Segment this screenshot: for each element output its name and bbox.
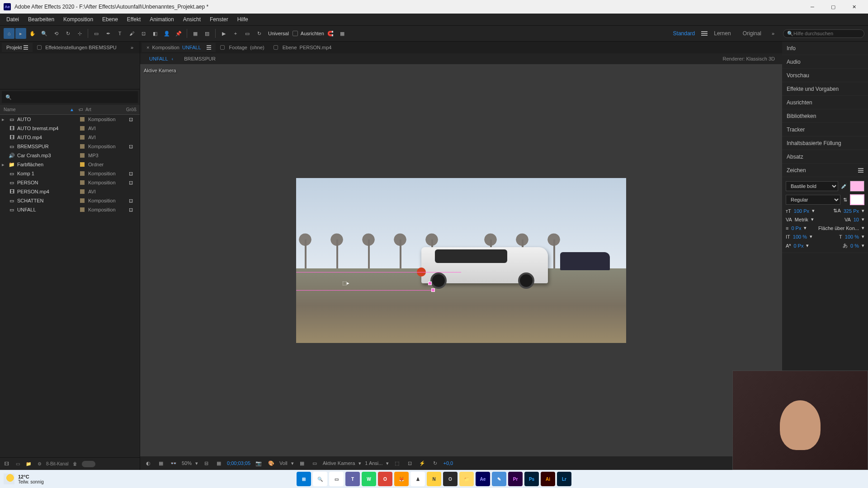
- workspace-original[interactable]: Original: [737, 28, 767, 38]
- taskbar-app[interactable]: Pr: [508, 472, 523, 486]
- menu-hilfe[interactable]: Hilfe: [233, 14, 253, 24]
- preview-timecode[interactable]: 0;00;03;05: [227, 460, 250, 466]
- swap-icon[interactable]: ⇅: [843, 197, 847, 203]
- project-item[interactable]: 🎞AUTO bremst.mp4AVI: [0, 124, 140, 133]
- vscale[interactable]: 100 %: [793, 234, 807, 239]
- minimize-button[interactable]: ─: [802, 0, 823, 14]
- col-name[interactable]: Name: [0, 107, 67, 112]
- dof-icon[interactable]: ⊡: [405, 459, 414, 468]
- col-type[interactable]: Art: [85, 107, 126, 112]
- fill-over[interactable]: Fläche über Kon...: [818, 225, 859, 231]
- exposure-value[interactable]: +0,0: [443, 460, 453, 466]
- project-item[interactable]: ▸▭AUTOKomposition⊡: [0, 115, 140, 124]
- bit-depth[interactable]: 8-Bit-Kanal: [46, 461, 68, 466]
- menu-ebene[interactable]: Ebene: [98, 14, 123, 24]
- snapshot-icon[interactable]: 📷: [254, 459, 263, 468]
- tsume[interactable]: 0 %: [850, 243, 859, 249]
- taskbar-app[interactable]: 📁: [459, 472, 474, 486]
- play-tool[interactable]: ▶: [218, 28, 229, 39]
- taskbar-app[interactable]: Lr: [557, 472, 571, 486]
- panel-audio[interactable]: Audio: [782, 55, 868, 69]
- stroke-swatch[interactable]: [850, 194, 864, 205]
- help-search-input[interactable]: [793, 31, 860, 36]
- taskbar-app[interactable]: 🦊: [394, 472, 409, 486]
- tracking[interactable]: 10: [854, 217, 859, 222]
- project-dropzone[interactable]: [0, 53, 140, 89]
- eyedropper-icon[interactable]: 💉: [841, 183, 847, 189]
- comp-tab[interactable]: Ebene PERSON.mp4: [269, 43, 336, 52]
- menu-animation[interactable]: Animation: [145, 14, 178, 24]
- taskbar-app[interactable]: ♟: [410, 472, 425, 486]
- grid-guide-icon[interactable]: ▦: [214, 459, 223, 468]
- viewport-image[interactable]: ⬚▸: [296, 178, 626, 343]
- panel-vorschau[interactable]: Vorschau: [782, 69, 868, 82]
- workspace-menu-icon[interactable]: [701, 31, 708, 36]
- project-item[interactable]: 🎞PERSON.mp4AVI: [0, 187, 140, 196]
- interpret-icon[interactable]: 🎞: [3, 460, 11, 468]
- maximize-button[interactable]: ▢: [823, 0, 844, 14]
- snap-icon[interactable]: 🧲: [325, 28, 336, 39]
- effect-settings-tab[interactable]: Effekteinstellungen BREMSSPU: [33, 43, 121, 52]
- font-select[interactable]: Bastile bold: [786, 181, 838, 191]
- grid-icon[interactable]: ▦: [337, 28, 348, 39]
- workspace-lernen[interactable]: Lernen: [708, 28, 736, 38]
- taskbar-app[interactable]: ✎: [492, 472, 506, 486]
- project-tab[interactable]: Projekt: [2, 43, 33, 52]
- channel-icon[interactable]: ▦: [156, 459, 165, 468]
- views-count[interactable]: 1 Ansi...: [365, 460, 382, 466]
- project-item[interactable]: ▭SCHATTENKomposition⊡: [0, 196, 140, 205]
- anchor-tool[interactable]: ⊹: [74, 28, 85, 39]
- motion-icon[interactable]: ⚡: [418, 459, 427, 468]
- panel-tracker[interactable]: Tracker: [782, 123, 868, 136]
- close-button[interactable]: ✕: [844, 0, 864, 14]
- viewport[interactable]: Aktive Kamera ⬚▸: [140, 64, 782, 456]
- fill-swatch[interactable]: [850, 181, 864, 192]
- close-icon[interactable]: ‹: [172, 56, 174, 61]
- project-search[interactable]: 🔍: [2, 91, 138, 103]
- glasses-icon[interactable]: 👓: [169, 459, 178, 468]
- project-item[interactable]: 🎞AUTO.mp4AVI: [0, 133, 140, 142]
- panel-more[interactable]: »: [126, 43, 138, 52]
- workspace-more[interactable]: »: [768, 28, 778, 39]
- align-checkbox[interactable]: [292, 31, 298, 36]
- kerning[interactable]: Metrik: [795, 217, 808, 222]
- project-item[interactable]: ▭Komp 1Komposition⊡: [0, 169, 140, 178]
- eraser-tool[interactable]: ◧: [150, 28, 160, 39]
- refresh-icon[interactable]: ↻: [430, 459, 439, 468]
- taskbar-app[interactable]: O: [378, 472, 392, 486]
- panel-effekte-und-vorgaben[interactable]: Effekte und Vorgaben: [782, 82, 868, 96]
- res-value[interactable]: Voll: [279, 460, 288, 466]
- taskbar-app[interactable]: ▭: [329, 472, 344, 486]
- menu-datei[interactable]: Datei: [2, 14, 24, 24]
- taskbar-app[interactable]: Ae: [476, 472, 490, 486]
- transparency-icon[interactable]: ▦: [297, 459, 307, 468]
- text-tool[interactable]: T: [114, 28, 125, 39]
- view-value[interactable]: Aktive Kamera: [323, 460, 355, 466]
- puppet-tool[interactable]: 📌: [173, 28, 184, 39]
- taskbar-app[interactable]: N: [427, 472, 441, 486]
- font-size[interactable]: 100 Px: [794, 208, 809, 214]
- zoom-tool[interactable]: 🔍: [39, 28, 50, 39]
- roto-tool[interactable]: 👤: [161, 28, 172, 39]
- weather-widget[interactable]: 12°C Teilw. sonnig: [4, 474, 44, 484]
- trash-icon[interactable]: 🗑: [71, 460, 79, 468]
- color-icon[interactable]: 🎨: [267, 459, 276, 468]
- bounds-tool[interactable]: ▭: [242, 28, 253, 39]
- menu-effekt[interactable]: Effekt: [123, 14, 145, 24]
- 3d-icon[interactable]: ⬚: [392, 459, 401, 468]
- adjust-icon[interactable]: ⚙: [35, 460, 43, 468]
- hscale[interactable]: 100 %: [845, 234, 859, 239]
- taskbar-app[interactable]: 🔍: [313, 472, 327, 486]
- stamp-tool[interactable]: ⊡: [138, 28, 149, 39]
- char-panel-header[interactable]: Zeichen: [782, 164, 868, 177]
- new-folder-icon[interactable]: 📁: [24, 460, 33, 468]
- label-col-icon[interactable]: 🏷: [76, 107, 85, 112]
- taskbar-app[interactable]: T: [345, 472, 360, 486]
- zoom-value[interactable]: 50%: [182, 460, 192, 466]
- alpha-icon[interactable]: ◐: [144, 459, 153, 468]
- subtab-bremsspur[interactable]: BREMSSPUR: [179, 55, 221, 62]
- pen-tool[interactable]: ✒: [103, 28, 113, 39]
- rect-tool[interactable]: ▭: [91, 28, 102, 39]
- home-tool[interactable]: ⌂: [4, 28, 14, 39]
- panel-info[interactable]: Info: [782, 42, 868, 55]
